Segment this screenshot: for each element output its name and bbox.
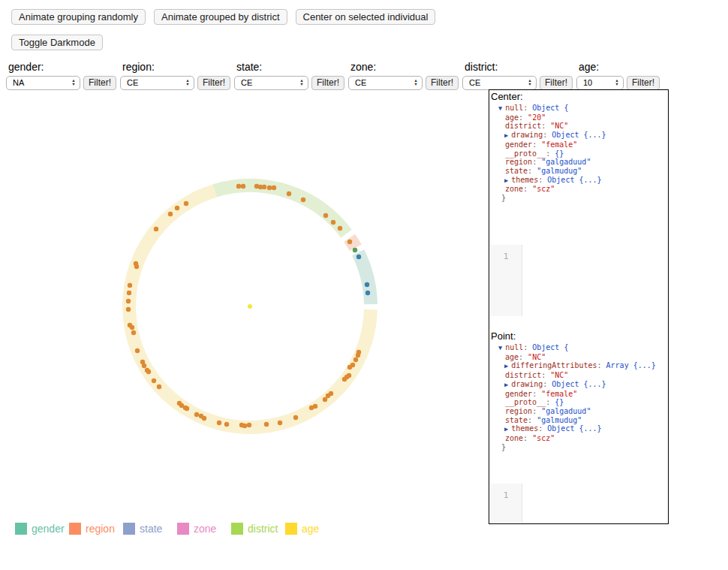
tree-colon: :	[541, 122, 550, 130]
filter-group-age: age: 10 ▲▼ Filter!	[576, 61, 660, 90]
individual-dot[interactable]	[194, 412, 199, 417]
individual-dot[interactable]	[356, 353, 360, 357]
individual-dot[interactable]	[353, 248, 357, 252]
disclosure-triangle-icon[interactable]: ▼	[498, 104, 502, 112]
individual-dot[interactable]	[247, 423, 251, 427]
tree-key: __proto__	[505, 149, 546, 158]
tree-line: }	[490, 194, 667, 203]
tree-value: Object {...}	[547, 176, 601, 184]
tree-colon: :	[519, 113, 528, 122]
individual-dot[interactable]	[301, 198, 305, 202]
editor-content-area[interactable]	[522, 484, 667, 523]
tree-line: age: "20"	[490, 113, 667, 122]
individual-dot[interactable]	[145, 368, 149, 372]
individual-dot[interactable]	[177, 401, 182, 406]
individual-dot[interactable]	[353, 357, 358, 362]
individual-dot[interactable]	[278, 421, 282, 425]
individual-dot[interactable]	[338, 226, 342, 231]
individual-dot[interactable]	[154, 227, 158, 231]
individual-dot[interactable]	[199, 414, 203, 418]
district-filter-select[interactable]: CE	[462, 76, 537, 90]
district-color-swatch	[231, 523, 243, 535]
tree-line: ▼null: Object {	[490, 343, 667, 353]
tree-line: __proto__: {}	[490, 149, 667, 158]
individual-dot[interactable]	[347, 365, 352, 369]
editor-content-area[interactable]	[522, 245, 667, 316]
region-color-swatch	[69, 523, 81, 535]
individual-dot[interactable]	[347, 240, 352, 244]
disclosure-triangle-icon[interactable]: ▶	[504, 425, 508, 433]
individual-dot[interactable]	[126, 307, 131, 312]
individual-dot[interactable]	[267, 185, 272, 190]
tree-value: "female"	[541, 390, 577, 398]
individual-dot[interactable]	[126, 299, 131, 303]
individual-dot[interactable]	[287, 192, 291, 196]
tree-key: zone	[505, 434, 523, 442]
individual-dot[interactable]	[134, 261, 138, 266]
tree-colon: :	[546, 149, 555, 158]
individual-dot[interactable]	[128, 323, 132, 327]
grouping-ring-chart	[0, 0, 409, 469]
tree-line: district: "NC"	[490, 122, 667, 131]
individual-dot[interactable]	[239, 423, 244, 427]
individual-dot[interactable]	[131, 330, 136, 335]
individual-dot[interactable]	[152, 378, 156, 383]
individual-dot[interactable]	[127, 291, 131, 295]
individual-dot[interactable]	[293, 415, 298, 420]
individual-dot[interactable]	[326, 394, 330, 398]
individual-dot[interactable]	[264, 422, 269, 427]
district-filter-button[interactable]: Filter!	[540, 76, 573, 90]
individual-dot[interactable]	[241, 184, 245, 188]
tree-colon: :	[523, 343, 532, 351]
tree-colon: :	[532, 390, 541, 398]
disclosure-triangle-icon[interactable]: ▶	[504, 362, 508, 369]
tree-colon: :	[532, 407, 541, 415]
individual-dot[interactable]	[309, 406, 314, 410]
individual-dot[interactable]	[168, 212, 173, 216]
tree-key: region	[505, 407, 532, 415]
disclosure-triangle-icon[interactable]: ▶	[504, 131, 508, 139]
individual-dot[interactable]	[331, 220, 335, 225]
disclosure-triangle-icon[interactable]: ▼	[498, 344, 502, 351]
individual-dot[interactable]	[224, 422, 229, 427]
disclosure-triangle-icon[interactable]: ▶	[504, 381, 508, 388]
tree-colon: :	[528, 416, 537, 424]
tree-line: zone: "scz"	[490, 185, 667, 194]
tree-line: region: "galgaduud"	[490, 407, 667, 416]
individual-dot[interactable]	[262, 185, 266, 189]
tree-line: ▶drawing: Object {...}	[490, 131, 667, 140]
tree-line: region: "galgaduud"	[490, 158, 667, 167]
individual-dot[interactable]	[217, 421, 221, 425]
zone-color-swatch	[177, 523, 189, 535]
individual-dot[interactable]	[366, 291, 370, 295]
tree-colon: :	[597, 361, 606, 369]
individual-dot[interactable]	[356, 255, 361, 259]
individual-dot[interactable]	[184, 201, 188, 206]
tree-colon: :	[543, 131, 552, 139]
tree-value: "galmudug"	[537, 167, 582, 175]
age-color-swatch	[285, 523, 297, 535]
individual-dot[interactable]	[128, 283, 132, 288]
legend-label: gender	[32, 523, 65, 535]
tree-key: gender	[505, 140, 532, 149]
individual-dot[interactable]	[157, 385, 161, 389]
individual-dot[interactable]	[272, 185, 276, 190]
tree-value: Object {...}	[552, 131, 606, 139]
individual-dot[interactable]	[135, 348, 140, 353]
json-editor-center[interactable]: 1	[490, 245, 667, 316]
tree-key: state	[505, 416, 528, 424]
individual-dot[interactable]	[323, 213, 328, 218]
age-filter-button[interactable]: Filter!	[627, 76, 660, 90]
individual-dot[interactable]	[175, 206, 179, 210]
individual-dot[interactable]	[342, 377, 347, 382]
individual-dot[interactable]	[365, 282, 369, 287]
individual-dot[interactable]	[323, 397, 327, 402]
disclosure-triangle-icon[interactable]: ▶	[504, 176, 508, 184]
individual-dot[interactable]	[236, 184, 241, 188]
zone-filter-button[interactable]: Filter!	[426, 76, 459, 90]
individual-dot[interactable]	[140, 360, 145, 364]
age-filter-select[interactable]: 10	[576, 76, 624, 90]
json-editor-point[interactable]: 1	[490, 484, 667, 523]
legend-label: zone	[194, 523, 216, 535]
center-dot[interactable]	[248, 304, 252, 309]
